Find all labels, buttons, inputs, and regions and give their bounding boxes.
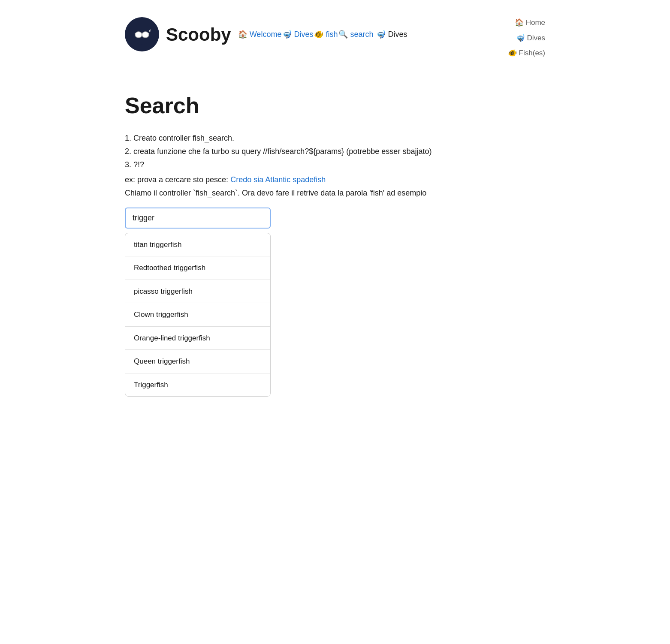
- svg-point-7: [150, 29, 151, 30]
- svg-rect-5: [148, 33, 149, 34]
- page-wrapper: Scooby 🏠 Welcome 🤿 Dives 🐠 fish 🔍 search…: [99, 0, 571, 414]
- svg-point-2: [142, 32, 149, 38]
- page-title: Search: [125, 89, 545, 122]
- example-link[interactable]: Credo sia Atlantic spadefish: [230, 175, 326, 184]
- suggestion-item[interactable]: titan triggerfish: [125, 233, 270, 257]
- desc-item-3: 3. ?!?: [125, 159, 545, 171]
- svg-point-6: [149, 30, 151, 32]
- brand-area: Scooby 🏠 Welcome 🤿 Dives 🐠 fish 🔍 search…: [125, 17, 407, 51]
- brand-name: Scooby: [166, 21, 231, 48]
- right-nav: 🏠 Home 🤿 Dives 🐠 Fish(es): [508, 17, 545, 59]
- nav-fish[interactable]: 🐠 fish: [314, 29, 338, 40]
- inline-nav: 🏠 Welcome 🤿 Dives 🐠 fish 🔍 search 🤿 Dive…: [238, 29, 407, 40]
- svg-rect-4: [135, 33, 136, 34]
- suggestions-dropdown: titan triggerfish Redtoothed triggerfish…: [125, 233, 271, 397]
- brand-icon: [131, 23, 153, 45]
- header: Scooby 🏠 Welcome 🤿 Dives 🐠 fish 🔍 search…: [125, 17, 545, 59]
- example-prefix: ex: prova a cercare sto pesce:: [125, 175, 228, 184]
- svg-rect-3: [142, 34, 142, 36]
- svg-point-1: [135, 32, 142, 38]
- desc-item-1: 1. Creato controller fish_search.: [125, 132, 545, 144]
- description-list: 1. Creato controller fish_search. 2. cre…: [125, 132, 545, 171]
- nav-home[interactable]: 🏠 Home: [515, 17, 545, 28]
- brand-logo: [125, 17, 159, 51]
- description-example: ex: prova a cercare sto pesce: Credo sia…: [125, 174, 545, 186]
- suggestion-item[interactable]: Clown triggerfish: [125, 303, 270, 327]
- suggestion-item[interactable]: Triggerfish: [125, 373, 270, 397]
- nav-welcome[interactable]: 🏠 Welcome: [238, 29, 282, 40]
- nav-dives-right[interactable]: 🤿 Dives: [516, 33, 545, 44]
- suggestion-item[interactable]: Queen triggerfish: [125, 350, 270, 373]
- suggestion-item[interactable]: Redtoothed triggerfish: [125, 256, 270, 280]
- suggestion-item[interactable]: Orange-lined triggerfish: [125, 327, 270, 350]
- search-input[interactable]: [125, 208, 271, 229]
- description-note: Chiamo il controller `fish_search`. Ora …: [125, 187, 545, 199]
- nav-fishes[interactable]: 🐠 Fish(es): [508, 48, 545, 59]
- nav-separator: 🤿 Dives: [374, 29, 407, 40]
- desc-item-2: 2. creata funzione che fa turbo su query…: [125, 146, 545, 157]
- main-content: Search 1. Creato controller fish_search.…: [125, 84, 545, 397]
- nav-dives-inline[interactable]: 🤿 Dives: [282, 29, 313, 40]
- suggestion-item[interactable]: picasso triggerfish: [125, 280, 270, 304]
- nav-search[interactable]: 🔍 search: [338, 29, 373, 40]
